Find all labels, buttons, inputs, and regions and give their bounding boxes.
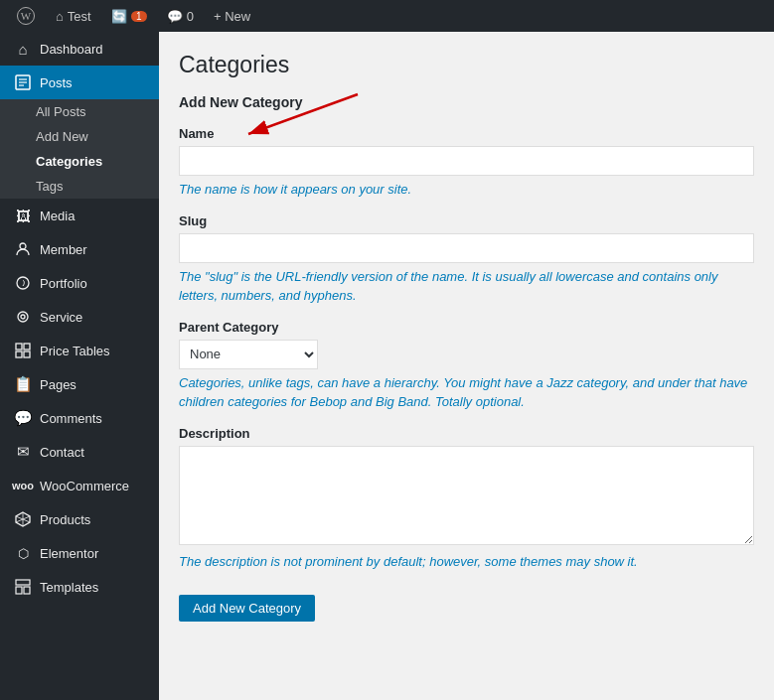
description-label: Description [179, 426, 754, 441]
slug-field-group: Slug The "slug" is the URL-friendly vers… [179, 213, 754, 306]
add-category-button[interactable]: Add New Category [179, 595, 315, 622]
sidebar-item-contact[interactable]: ✉ Contact [0, 435, 159, 469]
svg-point-7 [17, 277, 29, 289]
parent-select-wrap: None [179, 340, 754, 369]
sidebar-item-dashboard[interactable]: ⌂ Dashboard [0, 32, 159, 66]
portfolio-icon [14, 274, 32, 292]
sidebar-label-portfolio: Portfolio [40, 276, 87, 291]
sidebar-label-price-tables: Price Tables [40, 344, 110, 358]
sidebar-item-products[interactable]: Products [0, 502, 159, 536]
description-field-group: Description The description is not promi… [179, 426, 754, 572]
sidebar-item-pages[interactable]: 📋 Pages [0, 367, 159, 401]
posts-submenu: All Posts Add New Categories Tags [0, 99, 159, 199]
slug-input[interactable] [179, 233, 754, 263]
parent-select[interactable]: None [179, 340, 318, 369]
main-content: Categories Add New Category Name The nam… [159, 32, 774, 700]
svg-point-9 [21, 315, 25, 319]
parent-label: Parent Category [179, 320, 754, 335]
sidebar-label-member: Member [40, 242, 87, 257]
name-input[interactable] [179, 146, 754, 176]
sidebar-label-contact: Contact [40, 445, 84, 460]
svg-rect-12 [16, 351, 22, 357]
parent-category-group: Parent Category None Categories, unlike … [179, 320, 754, 412]
name-label: Name [179, 126, 754, 141]
name-field-group: Name The name is how it appears on your … [179, 126, 754, 200]
svg-text:W: W [21, 10, 32, 22]
admin-bar: W ⌂ Test 🔄 1 💬 0 + New [0, 0, 774, 32]
form-heading: Add New Category [179, 94, 754, 110]
sidebar-item-elementor[interactable]: ⬡ Elementor [0, 536, 159, 570]
wp-logo-button[interactable]: W [8, 0, 44, 32]
comments-icon: 💬 [167, 9, 183, 24]
products-icon [14, 510, 32, 528]
comments-button[interactable]: 💬 0 [159, 0, 202, 32]
sidebar-item-media[interactable]: 🖼 Media [0, 199, 159, 232]
templates-icon [14, 578, 32, 596]
svg-rect-20 [24, 587, 30, 594]
sidebar-label-posts: Posts [40, 75, 73, 90]
sidebar-item-member[interactable]: Member [0, 232, 159, 266]
sidebar-label-products: Products [40, 512, 90, 527]
new-label: + New [214, 9, 250, 24]
page-title: Categories [179, 52, 754, 78]
submenu-categories[interactable]: Categories [0, 149, 159, 174]
slug-label: Slug [179, 213, 754, 228]
sidebar-label-elementor: Elementor [40, 546, 98, 561]
updates-badge: 1 [131, 11, 147, 22]
comments-sidebar-icon: 💬 [14, 409, 32, 427]
site-name: Test [68, 9, 91, 24]
sidebar-item-comments[interactable]: 💬 Comments [0, 401, 159, 435]
parent-hint: Categories, unlike tags, can have a hier… [179, 373, 754, 412]
posts-icon [14, 73, 32, 91]
sidebar-item-templates[interactable]: Templates [0, 570, 159, 604]
sidebar: ⌂ Dashboard Posts All Posts Add New Cate… [0, 32, 159, 700]
submenu-tags[interactable]: Tags [0, 174, 159, 199]
submenu-add-new[interactable]: Add New [0, 124, 159, 149]
elementor-icon: ⬡ [14, 544, 32, 562]
svg-rect-13 [24, 351, 30, 357]
sidebar-label-dashboard: Dashboard [40, 42, 103, 57]
sidebar-label-service: Service [40, 310, 82, 325]
price-tables-icon [14, 342, 32, 359]
description-hint: The description is not prominent by defa… [179, 552, 754, 572]
svg-point-6 [20, 243, 26, 249]
media-icon: 🖼 [14, 207, 32, 224]
slug-hint: The "slug" is the URL-friendly version o… [179, 267, 754, 306]
dashboard-icon: ⌂ [14, 40, 32, 58]
updates-icon: 🔄 [111, 9, 127, 24]
sidebar-item-portfolio[interactable]: Portfolio [0, 266, 159, 300]
description-textarea[interactable] [179, 446, 754, 545]
wp-logo-icon: W [16, 6, 36, 26]
member-icon [14, 240, 32, 258]
sidebar-label-comments: Comments [40, 411, 102, 426]
sidebar-label-woocommerce: WooCommerce [40, 479, 129, 493]
svg-rect-19 [16, 587, 22, 594]
home-icon: ⌂ [56, 9, 64, 24]
sidebar-label-media: Media [40, 209, 75, 223]
updates-button[interactable]: 🔄 1 [103, 0, 155, 32]
sidebar-item-price-tables[interactable]: Price Tables [0, 334, 159, 367]
contact-icon: ✉ [14, 443, 32, 461]
sidebar-item-service[interactable]: Service [0, 300, 159, 334]
home-icon-button[interactable]: ⌂ Test [48, 0, 99, 32]
sidebar-label-pages: Pages [40, 377, 77, 392]
svg-rect-11 [24, 344, 30, 350]
sidebar-item-woocommerce[interactable]: woo WooCommerce [0, 469, 159, 502]
submenu-all-posts[interactable]: All Posts [0, 99, 159, 124]
pages-icon: 📋 [14, 375, 32, 393]
new-content-button[interactable]: + New [206, 0, 258, 32]
sidebar-item-posts[interactable]: Posts [0, 66, 159, 99]
svg-point-8 [18, 312, 28, 322]
svg-rect-10 [16, 344, 22, 350]
woocommerce-icon: woo [14, 477, 32, 494]
svg-rect-18 [16, 580, 30, 585]
sidebar-label-templates: Templates [40, 580, 98, 595]
form-wrapper: Add New Category Name The name is how it… [179, 94, 754, 622]
comments-count: 0 [187, 9, 194, 24]
name-hint: The name is how it appears on your site. [179, 180, 754, 200]
service-icon [14, 308, 32, 326]
